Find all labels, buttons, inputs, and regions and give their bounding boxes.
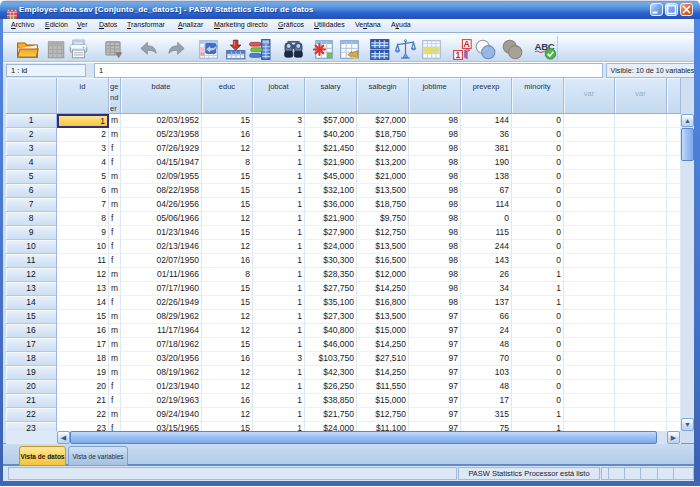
svg-text:1: 1 (456, 50, 461, 60)
svg-text:A: A (464, 39, 471, 49)
